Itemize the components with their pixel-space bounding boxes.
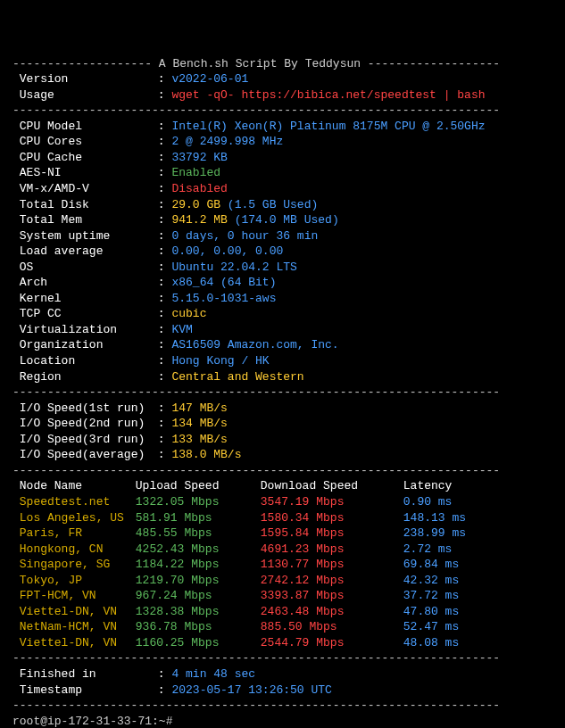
- speedtest-download: 1595.84 Mbps: [261, 525, 403, 542]
- speedtest-header-node: Node Name: [20, 478, 136, 494]
- speedtest-latency: 47.80 ms: [403, 604, 459, 620]
- speedtest-download: 1580.34 Mbps: [261, 510, 403, 526]
- cpu-model-value: Intel(R) Xeon(R) Platinum 8175M CPU @ 2.…: [171, 120, 485, 133]
- load-value: 0.00, 0.00, 0.00: [171, 244, 283, 258]
- speedtest-upload: 1219.70 Mbps: [136, 573, 261, 589]
- speedtest-upload: 1160.25 Mbps: [136, 635, 261, 651]
- arch-value: x86_64: [171, 276, 213, 289]
- speedtest-node: FPT-HCM, VN: [20, 588, 136, 604]
- io-r2-value: 134 MB/s: [171, 417, 227, 430]
- loc-value: Hong Kong / HK: [171, 354, 269, 368]
- virt-value: KVM: [171, 323, 192, 336]
- speedtest-download: 3547.19 Mbps: [261, 494, 403, 510]
- total-disk-used: (1.5 GB Used): [228, 198, 318, 211]
- total-disk-value: 29.0 GB: [171, 198, 220, 211]
- speedtest-node: Viettel-DN, VN: [20, 635, 136, 651]
- speedtest-latency: 148.13 ms: [403, 510, 466, 526]
- vmx-label: VM-x/AMD-V: [20, 181, 158, 197]
- speedtest-header-latency: Latency: [403, 478, 453, 494]
- io-avg-label: I/O Speed(average): [20, 447, 158, 463]
- finished-value: 4 min 48 sec: [171, 667, 255, 681]
- total-mem-used: (174.0 MB Used): [235, 213, 339, 227]
- uptime-value: 0 days, 0 hour 36 min: [171, 229, 318, 243]
- total-mem-value: 941.2 MB: [171, 213, 227, 227]
- timestamp-value: 2023-05-17 13:26:50 UTC: [171, 683, 331, 697]
- vmx-value: Disabled: [171, 182, 227, 195]
- speedtest-upload: 1328.38 Mbps: [136, 604, 261, 620]
- finished-label: Finished in: [20, 666, 158, 682]
- speedtest-download: 2544.79 Mbps: [261, 635, 403, 651]
- uptime-label: System uptime: [20, 228, 158, 244]
- speedtest-node: Singapore, SG: [20, 557, 136, 573]
- divider: ----------------------------------------…: [12, 385, 500, 399]
- divider: ----------------------------------------…: [12, 464, 500, 477]
- usage-value: wget -qO- https://bibica.net/speedtest |…: [171, 88, 485, 102]
- speedtest-header-upload: Upload Speed: [136, 478, 261, 494]
- speedtest-latency: 238.99 ms: [403, 525, 466, 542]
- virt-label: Virtualization: [20, 322, 158, 338]
- total-disk-label: Total Disk: [20, 197, 158, 213]
- cpu-cores-label: CPU Cores: [20, 134, 158, 150]
- usage-label: Usage: [20, 87, 158, 103]
- region-value: Central and Western: [171, 370, 303, 384]
- arch-label: Arch: [20, 275, 158, 291]
- cpu-cores-value: 2 @ 2499.998 MHz: [171, 135, 283, 148]
- org-label: Organization: [20, 337, 158, 353]
- speedtest-rows: Speedtest.net1322.05 Mbps3547.19 Mbps0.9…: [12, 494, 553, 650]
- timestamp-label: Timestamp: [20, 682, 158, 699]
- io-r3-label: I/O Speed(3rd run): [20, 432, 158, 448]
- speedtest-node: NetNam-HCM, VN: [20, 619, 136, 635]
- speedtest-node: Speedtest.net: [20, 494, 136, 510]
- speedtest-download: 2742.12 Mbps: [261, 573, 403, 589]
- org-value: AS16509 Amazon.com, Inc.: [171, 338, 338, 352]
- io-r1-value: 147 MB/s: [171, 401, 227, 415]
- speedtest-upload: 1184.22 Mbps: [136, 557, 261, 573]
- speedtest-latency: 48.08 ms: [403, 635, 459, 651]
- speedtest-node: Los Angeles, US: [20, 510, 136, 526]
- io-avg-value: 138.0 MB/s: [171, 448, 241, 461]
- speedtest-latency: 42.32 ms: [403, 573, 459, 589]
- speedtest-download: 4691.23 Mbps: [261, 542, 403, 558]
- loc-label: Location: [20, 353, 158, 369]
- cpu-model-label: CPU Model: [20, 119, 158, 135]
- shell-prompt[interactable]: root@ip-172-31-33-71:~#: [12, 715, 172, 728]
- speedtest-latency: 69.84 ms: [403, 557, 459, 573]
- aes-ni-label: AES-NI: [20, 165, 158, 181]
- speedtest-latency: 37.72 ms: [403, 588, 459, 604]
- speedtest-node: Paris, FR: [20, 525, 136, 542]
- speedtest-download: 3393.87 Mbps: [261, 588, 403, 604]
- speedtest-header-download: Download Speed: [261, 478, 403, 494]
- terminal-output: -------------------- A Bench.sh Script B…: [12, 56, 553, 728]
- io-r2-label: I/O Speed(2nd run): [20, 416, 158, 432]
- speedtest-node: Viettel-DN, VN: [20, 604, 136, 620]
- speedtest-download: 885.50 Mbps: [261, 619, 403, 635]
- tcp-cc-label: TCP CC: [20, 306, 158, 322]
- io-r1-label: I/O Speed(1st run): [20, 401, 158, 417]
- divider-header: -------------------- A Bench.sh Script B…: [12, 57, 500, 70]
- kernel-value: 5.15.0-1031-aws: [171, 292, 276, 305]
- aes-ni-value: Enabled: [171, 166, 220, 179]
- divider: ----------------------------------------…: [12, 699, 500, 712]
- speedtest-node: Hongkong, CN: [20, 542, 136, 558]
- version-label: Version: [20, 71, 158, 87]
- io-r3-value: 133 MB/s: [171, 433, 227, 446]
- speedtest-upload: 485.55 Mbps: [136, 525, 261, 542]
- os-label: OS: [20, 260, 158, 276]
- cpu-cache-value: 33792 KB: [171, 151, 227, 164]
- total-mem-label: Total Mem: [20, 212, 158, 228]
- region-label: Region: [20, 369, 158, 385]
- speedtest-latency: 52.47 ms: [403, 619, 459, 635]
- divider: ----------------------------------------…: [12, 103, 500, 117]
- speedtest-upload: 1322.05 Mbps: [136, 494, 261, 510]
- speedtest-download: 1130.77 Mbps: [261, 557, 403, 573]
- speedtest-upload: 581.91 Mbps: [136, 510, 261, 526]
- cpu-cache-label: CPU Cache: [20, 150, 158, 166]
- tcp-cc-value: cubic: [171, 307, 206, 320]
- version-value: v2022-06-01: [171, 72, 248, 86]
- speedtest-upload: 936.78 Mbps: [136, 619, 261, 635]
- speedtest-latency: 2.72 ms: [403, 542, 453, 558]
- speedtest-latency: 0.90 ms: [403, 494, 453, 510]
- speedtest-node: Tokyo, JP: [20, 573, 136, 589]
- arch-bits: (64 Bit): [220, 276, 276, 289]
- speedtest-upload: 4252.43 Mbps: [136, 542, 261, 558]
